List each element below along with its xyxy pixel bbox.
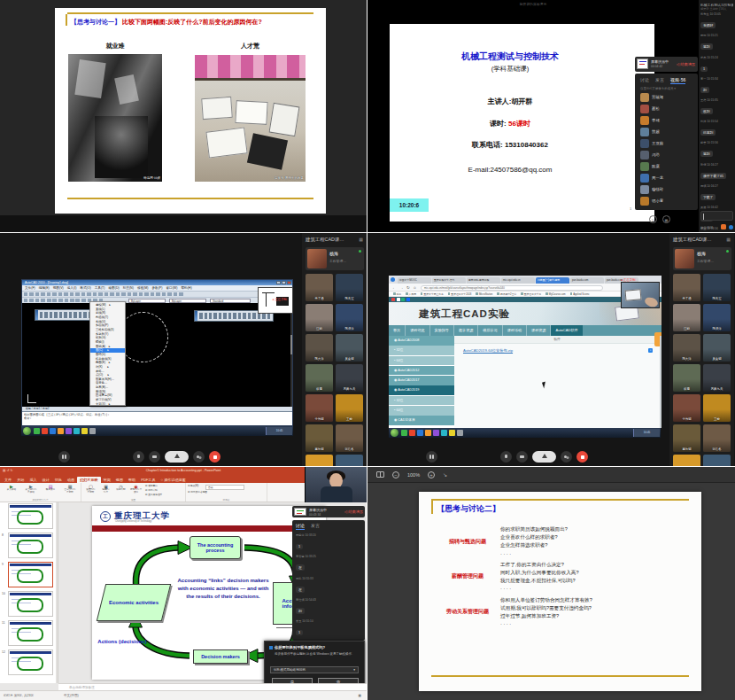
forward-icon[interactable]: → bbox=[399, 285, 404, 290]
webcam-overlay[interactable] bbox=[305, 467, 367, 502]
ribbon-tab[interactable]: ○ 操作说明搜索 bbox=[159, 477, 189, 483]
refresh-icon[interactable]: ↻ bbox=[406, 285, 410, 290]
share-screen-button[interactable] bbox=[532, 451, 556, 463]
side-menu-item[interactable]: ◉ AutoCAD2012 bbox=[389, 366, 454, 376]
bookmark-item[interactable]: 重庆理工大学2018 bbox=[448, 292, 472, 296]
member-row[interactable]: 明小童 bbox=[635, 195, 698, 206]
slide-thumbnail-row[interactable]: 9 bbox=[0, 561, 58, 590]
members-button[interactable] bbox=[193, 451, 205, 463]
taskbar-app-icon[interactable] bbox=[441, 430, 447, 436]
nav-item[interactable]: 课程资源 bbox=[527, 325, 551, 336]
menu-item[interactable]: 绘图(D) bbox=[109, 286, 120, 290]
minimize-button[interactable]: — bbox=[276, 281, 281, 284]
menu-item[interactable]: 帮助(H) bbox=[181, 286, 191, 290]
presenter-view-checkbox[interactable]: ☑ 使用演示者视图 bbox=[188, 491, 207, 495]
taskbar-app-icon[interactable] bbox=[401, 430, 407, 436]
taskbar-app-icon[interactable] bbox=[42, 428, 48, 434]
toolbar-grip[interactable] bbox=[195, 311, 197, 321]
toolbar-icons[interactable] bbox=[199, 313, 271, 319]
side-menu-item[interactable]: • 64位 bbox=[389, 356, 454, 366]
download-icon[interactable]: ↓ bbox=[648, 348, 653, 353]
taskbar-app-icon[interactable] bbox=[457, 430, 463, 436]
rotate-view-button[interactable]: ↻ bbox=[649, 215, 657, 223]
participant-tile[interactable]: 双霞 bbox=[306, 364, 333, 392]
participant-tile[interactable]: 事海明 bbox=[673, 424, 700, 452]
participant-tile[interactable]: 玉轩 bbox=[673, 455, 700, 466]
participant-tile[interactable]: 王静 bbox=[336, 394, 363, 422]
menu-item[interactable]: 编辑(E) bbox=[39, 286, 50, 290]
ribbon-tab[interactable]: 文件 bbox=[2, 477, 14, 483]
end-share-button[interactable]: ◁ 结束演示 bbox=[344, 509, 363, 514]
stop-record-button[interactable] bbox=[209, 451, 220, 463]
taskbar-app-icon[interactable] bbox=[89, 428, 96, 434]
menu-item[interactable]: 参数(P) bbox=[151, 286, 162, 290]
nav-item[interactable]: 实验指导 bbox=[430, 325, 454, 336]
participant-tile[interactable]: 陈大洋 bbox=[673, 334, 700, 362]
ribbon-button[interactable]: ▢ 设置幻灯 片放映 bbox=[83, 483, 98, 494]
featured-participant[interactable]: 杨海 工程管理… bbox=[306, 247, 364, 270]
side-menu-item[interactable]: • 64位 bbox=[389, 406, 454, 416]
menu-item[interactable]: 插入(I) bbox=[67, 286, 77, 290]
ribbon-button[interactable]: ▦ 自定义幻灯 片放映 bbox=[60, 483, 80, 494]
participant-tile[interactable]: 陈泽洋 bbox=[336, 304, 363, 331]
menu-item[interactable]: 格式(O) bbox=[80, 286, 90, 290]
browser-tab[interactable]: pan.baidu.com bbox=[570, 277, 604, 284]
side-menu-item[interactable]: • 32位 bbox=[389, 346, 454, 355]
node-decision-makers[interactable]: Decision makers bbox=[193, 649, 248, 664]
nav-item[interactable]: 模拟学习 bbox=[478, 325, 502, 336]
layout-toggle-icon[interactable]: ▦ bbox=[726, 237, 731, 242]
start-button[interactable] bbox=[391, 429, 398, 437]
panel-tab[interactable]: 讨论 bbox=[640, 77, 649, 84]
slide-thumbnail-row[interactable]: 11 bbox=[0, 619, 58, 649]
members-button[interactable] bbox=[561, 451, 572, 463]
quick-access-toolbar[interactable]: ▤ ↺ ↻ bbox=[3, 467, 12, 474]
participant-tile[interactable]: 双霞 bbox=[673, 364, 700, 392]
taskbar-app-icon[interactable] bbox=[81, 428, 88, 434]
participant-tile[interactable]: 风舞九天 bbox=[703, 364, 731, 392]
participant-tile[interactable]: 玉轩 bbox=[306, 455, 333, 466]
member-row[interactable]: 穆佳玲 bbox=[635, 183, 698, 195]
command-line[interactable]: 指定圆的圆心或 [三点(3P)/两点(2P)/切点、切点、半径(T)]: 命令: bbox=[22, 411, 292, 425]
zoom-in-icon[interactable]: + bbox=[428, 471, 435, 478]
stop-record-button[interactable] bbox=[576, 451, 588, 463]
participant-tile[interactable]: 汪晓 bbox=[306, 304, 333, 331]
monitor-select[interactable]: 自动 bbox=[205, 485, 244, 490]
push-to-talk-button[interactable]: 按住说话 bbox=[700, 226, 713, 229]
bookmark-item[interactable]: MyCourse.com bbox=[545, 292, 565, 296]
participant-tile[interactable]: 王成武 bbox=[703, 455, 731, 466]
taskbar-app-icon[interactable] bbox=[74, 428, 80, 434]
participant-tile[interactable]: 青子洒 bbox=[673, 274, 700, 301]
end-share-button[interactable]: ◁ 结束演示 bbox=[677, 62, 695, 66]
member-row[interactable]: 王亚茹 bbox=[635, 137, 698, 149]
featured-participant[interactable]: 杨海 工程管理… bbox=[673, 247, 731, 270]
canvas-scrollbar[interactable] bbox=[290, 303, 293, 408]
participant-tile[interactable]: 风舞九天 bbox=[336, 364, 363, 392]
send-icon[interactable] bbox=[729, 225, 733, 229]
system-tray-clock[interactable]: 10:45 bbox=[266, 427, 292, 435]
ribbon-tab[interactable]: 设计 bbox=[40, 477, 52, 483]
participant-tile[interactable]: 汪晓 bbox=[673, 304, 700, 331]
camera-button[interactable] bbox=[516, 451, 528, 463]
camera-button[interactable] bbox=[149, 451, 160, 463]
ribbon-tab[interactable]: 插入 bbox=[27, 477, 39, 483]
pause-button[interactable] bbox=[58, 451, 70, 463]
menu-item[interactable]: 标注(N) bbox=[123, 286, 134, 290]
bookmark-item[interactable]: 腾讯课堂2全心 bbox=[497, 292, 516, 296]
save-icon[interactable]: ▤ bbox=[3, 469, 5, 472]
side-menu-item[interactable]: ◉ AutoCAD2017 bbox=[389, 376, 454, 385]
address-bar[interactable]: mic.cqut.edu.cn/meol/jpk/course/layout/n… bbox=[421, 285, 603, 291]
fit-screen-icon[interactable]: ↘ bbox=[443, 471, 447, 478]
taskbar-app-icon[interactable] bbox=[66, 428, 72, 434]
participant-tile[interactable]: 吴金明 bbox=[703, 334, 731, 362]
close-button[interactable]: × bbox=[287, 281, 291, 284]
panel-scrollbar[interactable] bbox=[56, 502, 58, 683]
browser-tab[interactable]: 中国大学MOOC bbox=[398, 277, 431, 284]
panel-tab[interactable]: 视频·56 bbox=[670, 77, 685, 84]
member-row[interactable]: 蔡松 bbox=[635, 103, 698, 114]
participant-tile[interactable]: 陈天宏 bbox=[703, 274, 731, 301]
ribbon-button[interactable]: ◷ 排练计时 bbox=[113, 483, 128, 492]
ribbon-tab[interactable]: PDF工具 bbox=[138, 477, 158, 483]
panel-tab[interactable]: 发言 bbox=[655, 77, 664, 84]
language-status[interactable]: 中文(中国) bbox=[64, 691, 79, 700]
slide-thumbnail-row[interactable]: 8 bbox=[0, 532, 58, 561]
